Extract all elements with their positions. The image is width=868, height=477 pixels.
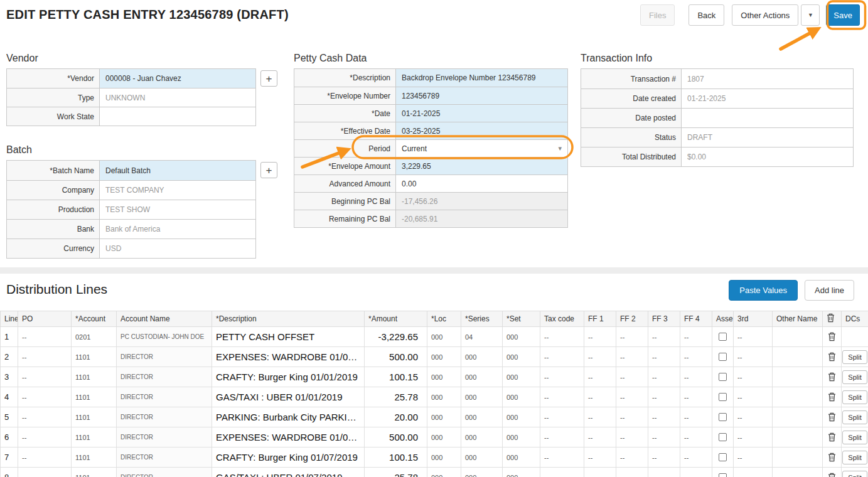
- ff3-cell[interactable]: --: [648, 427, 680, 448]
- ff3-cell[interactable]: --: [648, 347, 680, 367]
- amount-cell[interactable]: 500.00: [365, 347, 427, 367]
- ff4-cell[interactable]: --: [680, 387, 712, 407]
- field-period-value[interactable]: Current▾: [396, 140, 567, 157]
- other-name-cell[interactable]: [773, 327, 823, 347]
- po-cell[interactable]: --: [18, 367, 72, 387]
- ff2-cell[interactable]: --: [616, 327, 648, 347]
- field-work-state-value[interactable]: [100, 107, 255, 126]
- asset-checkbox[interactable]: [719, 333, 727, 341]
- loc-cell[interactable]: 000: [427, 427, 461, 448]
- po-cell[interactable]: --: [18, 327, 72, 347]
- split-button[interactable]: Split: [842, 390, 867, 404]
- series-cell[interactable]: 000: [461, 468, 503, 477]
- set-cell[interactable]: 000: [503, 427, 540, 448]
- other-name-cell[interactable]: [773, 387, 823, 407]
- split-button[interactable]: Split: [842, 471, 867, 477]
- ff4-cell[interactable]: --: [680, 327, 712, 347]
- asset-checkbox[interactable]: [719, 453, 727, 461]
- split-button[interactable]: Split: [842, 350, 867, 364]
- asset-checkbox[interactable]: [719, 373, 727, 381]
- set-cell[interactable]: 000: [503, 448, 540, 468]
- delete-row-button[interactable]: [826, 411, 838, 423]
- series-cell[interactable]: 000: [461, 427, 503, 448]
- field-envelope-number-value[interactable]: 123456789: [396, 87, 567, 104]
- ff2-cell[interactable]: --: [616, 347, 648, 367]
- po-cell[interactable]: --: [18, 448, 72, 468]
- delete-row-button[interactable]: [826, 351, 838, 363]
- ff4-cell[interactable]: --: [680, 407, 712, 427]
- ff1-cell[interactable]: --: [584, 407, 616, 427]
- delete-row-button[interactable]: [826, 451, 838, 463]
- po-cell[interactable]: --: [18, 347, 72, 367]
- amount-cell[interactable]: 500.00: [365, 427, 427, 448]
- split-button[interactable]: Split: [842, 451, 867, 464]
- account-cell[interactable]: 1101: [72, 468, 117, 477]
- tax-code-cell[interactable]: --: [540, 347, 584, 367]
- delete-row-button[interactable]: [826, 331, 838, 343]
- other-actions-caret-button[interactable]: ▼: [801, 4, 820, 26]
- ff3-cell[interactable]: --: [648, 407, 680, 427]
- third-party-cell[interactable]: --: [734, 468, 773, 477]
- ff3-cell[interactable]: --: [648, 448, 680, 468]
- series-cell[interactable]: 000: [461, 407, 503, 427]
- series-cell[interactable]: 04: [461, 327, 503, 347]
- description-cell[interactable]: EXPENSES: WARDROBE 01/07/2019: [212, 427, 365, 448]
- tax-code-cell[interactable]: --: [540, 327, 584, 347]
- account-cell[interactable]: 1101: [72, 347, 117, 367]
- ff4-cell[interactable]: --: [680, 367, 712, 387]
- description-cell[interactable]: GAS/TAXI : UBER 01/07/2019: [212, 468, 365, 477]
- account-cell[interactable]: 1101: [72, 367, 117, 387]
- field-vendor-value[interactable]: 000008 - Juan Chavez: [100, 69, 255, 88]
- other-actions-button[interactable]: Other Actions: [732, 4, 798, 26]
- ff4-cell[interactable]: --: [680, 427, 712, 448]
- amount-cell[interactable]: 20.00: [365, 407, 427, 427]
- asset-checkbox[interactable]: [719, 353, 727, 361]
- third-party-cell[interactable]: --: [734, 347, 773, 367]
- split-button[interactable]: Split: [842, 410, 867, 424]
- set-cell[interactable]: 000: [503, 347, 540, 367]
- field-description-value[interactable]: Backdrop Envelope Number 123456789: [396, 69, 567, 87]
- description-cell[interactable]: GAS/TAXI : UBER 01/01/2019: [212, 387, 365, 407]
- set-cell[interactable]: 000: [503, 387, 540, 407]
- loc-cell[interactable]: 000: [427, 347, 461, 367]
- ff2-cell[interactable]: --: [616, 387, 648, 407]
- ff2-cell[interactable]: --: [616, 407, 648, 427]
- ff1-cell[interactable]: --: [584, 347, 616, 367]
- ff3-cell[interactable]: --: [648, 367, 680, 387]
- delete-row-button[interactable]: [826, 471, 838, 477]
- account-cell[interactable]: 1101: [72, 448, 117, 468]
- ff2-cell[interactable]: --: [616, 427, 648, 448]
- ff1-cell[interactable]: --: [584, 468, 616, 477]
- third-party-cell[interactable]: --: [734, 427, 773, 448]
- third-party-cell[interactable]: --: [734, 407, 773, 427]
- ff4-cell[interactable]: --: [680, 468, 712, 477]
- amount-cell[interactable]: 100.15: [365, 448, 427, 468]
- loc-cell[interactable]: 000: [427, 407, 461, 427]
- asset-checkbox[interactable]: [719, 433, 727, 441]
- ff4-cell[interactable]: --: [680, 448, 712, 468]
- ff1-cell[interactable]: --: [584, 387, 616, 407]
- description-cell[interactable]: CRAFTY: Burger King 01/01/2019: [212, 367, 365, 387]
- series-cell[interactable]: 000: [461, 387, 503, 407]
- account-cell[interactable]: 0201: [72, 327, 117, 347]
- delete-row-button[interactable]: [826, 371, 838, 383]
- set-cell[interactable]: 000: [503, 468, 540, 477]
- ff1-cell[interactable]: --: [584, 327, 616, 347]
- po-cell[interactable]: --: [18, 407, 72, 427]
- third-party-cell[interactable]: --: [734, 387, 773, 407]
- ff2-cell[interactable]: --: [616, 468, 648, 477]
- asset-checkbox[interactable]: [719, 473, 727, 477]
- po-cell[interactable]: --: [18, 468, 72, 477]
- set-cell[interactable]: 000: [503, 327, 540, 347]
- field-date-value[interactable]: 01-21-2025: [396, 105, 567, 122]
- ff3-cell[interactable]: --: [648, 387, 680, 407]
- field-batch-name-value[interactable]: Default Batch: [100, 161, 255, 180]
- delete-row-button[interactable]: [826, 431, 838, 443]
- add-line-button[interactable]: Add line: [805, 280, 854, 301]
- tax-code-cell[interactable]: --: [540, 387, 584, 407]
- description-cell[interactable]: PETTY CASH OFFSET: [212, 327, 365, 347]
- split-button[interactable]: Split: [842, 370, 867, 384]
- back-button[interactable]: Back: [689, 4, 724, 26]
- description-cell[interactable]: PARKING: Burbank City PARKING 01/01/2019: [212, 407, 365, 427]
- amount-cell[interactable]: 100.15: [365, 367, 427, 387]
